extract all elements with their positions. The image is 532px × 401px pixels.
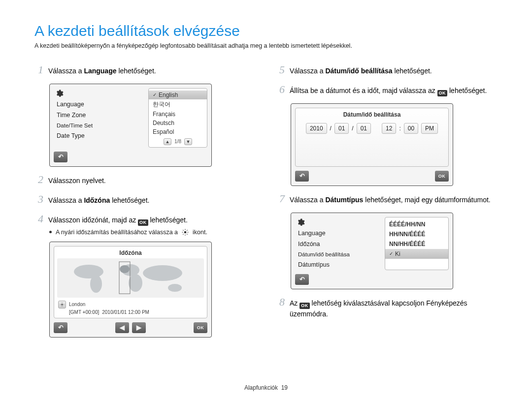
step-4-number: 4 xyxy=(34,211,43,227)
back-button[interactable]: ↶ xyxy=(54,322,67,333)
dt-hour[interactable]: 12 xyxy=(382,123,396,134)
page-title: A kezdeti beállítások elvégzése xyxy=(34,23,498,39)
svg-line-5 xyxy=(183,230,183,230)
step-8-number: 8 xyxy=(276,294,285,310)
step-8: 8 Az OK lehetőség kiválasztásával kapcso… xyxy=(276,294,498,319)
type-left-tz[interactable]: Időzóna xyxy=(295,239,382,249)
step-2-text: Válasszon nyelvet. xyxy=(48,176,256,185)
step-7: 7 Válassza a Dátumtípus lehetőséget, maj… xyxy=(276,191,498,207)
lang-opt-espanol[interactable]: Español xyxy=(149,127,207,136)
step-5-number: 5 xyxy=(276,62,285,78)
world-map[interactable] xyxy=(57,258,204,298)
page-intro: A kezdeti beállítóképernyőn a fényképező… xyxy=(34,42,498,49)
pager-text: 1/8 xyxy=(174,139,181,144)
step-6-post: lehetőséget. xyxy=(449,87,487,94)
right-button[interactable]: ▶ xyxy=(132,322,146,333)
back-button[interactable]: ↶ xyxy=(54,152,67,162)
screenshot-datetype: Language Időzóna Dátum/idő beállítása Dá… xyxy=(291,213,453,289)
dt-day[interactable]: 01 xyxy=(357,123,371,134)
step-6-pre: Állítsa be a dátumot és a időt, majd vál… xyxy=(290,87,437,94)
bullet-icon xyxy=(49,231,52,233)
lang-opt-english[interactable]: ✓English xyxy=(149,91,207,99)
ok-inline-icon: OK xyxy=(138,219,148,226)
dt-ampm[interactable]: PM xyxy=(421,123,438,134)
tz-gmt: [GMT +00:00] xyxy=(69,309,99,315)
type-opt-dmy[interactable]: NN/HH/ÉÉÉÉ xyxy=(385,239,448,249)
language-options: ✓English 한국어 Français Deutsch Español ▲ … xyxy=(148,88,207,148)
check-icon: ✓ xyxy=(389,251,393,256)
screenshot-timezone: Időzóna xyxy=(49,242,212,338)
step-6: 6 Állítsa be a dátumot és a időt, majd v… xyxy=(276,82,498,97)
tz-title: Időzóna xyxy=(57,248,204,258)
step-3-post: lehetőséget. xyxy=(110,196,149,204)
screenshot-datetime: Dátum/idő beállítása 2010 / 01 / 01 12 :… xyxy=(291,103,453,186)
type-opt-off[interactable]: ✓Ki xyxy=(385,249,448,259)
dt-min[interactable]: 00 xyxy=(404,123,418,134)
ok-inline-icon: OK xyxy=(437,90,448,96)
ok-button[interactable]: OK xyxy=(194,322,207,333)
svg-point-14 xyxy=(168,284,182,292)
dst-toggle[interactable] xyxy=(58,301,66,308)
step-2-number: 2 xyxy=(34,172,43,187)
ok-button[interactable]: OK xyxy=(435,171,449,182)
step-8-post: lehetőség kiválasztásával kapcsoljon Fén… xyxy=(290,299,467,318)
dt-month[interactable]: 01 xyxy=(334,123,349,134)
dt-sep1: / xyxy=(330,125,332,132)
svg-line-6 xyxy=(187,234,187,234)
step-4-bullet-post: ikont. xyxy=(193,229,207,236)
gear-icon xyxy=(295,217,306,228)
svg-point-17 xyxy=(61,304,63,305)
ok-inline-icon: OK xyxy=(299,303,310,309)
step-5-post: lehetőséget. xyxy=(393,67,432,75)
type-opt-ymd[interactable]: ÉÉÉÉ/HH/NN xyxy=(385,219,448,229)
gear-icon xyxy=(54,88,65,99)
tz-city: London xyxy=(69,302,85,307)
type-opt-mdy[interactable]: HH/NN/ÉÉÉÉ xyxy=(385,229,448,239)
step-1-number: 1 xyxy=(34,62,43,78)
back-button[interactable]: ↶ xyxy=(295,274,309,285)
step-1-pre: Válassza a xyxy=(48,67,84,75)
lang-left-datetime[interactable]: Date/Time Set xyxy=(54,121,145,130)
step-7-bold: Dátumtípus xyxy=(325,196,363,204)
dt-sep3: : xyxy=(399,125,400,132)
step-4-post: lehetőséget. xyxy=(148,216,188,224)
type-left-language[interactable]: Language xyxy=(295,228,382,239)
step-8-pre: Az xyxy=(290,299,299,307)
sun-icon xyxy=(182,229,189,236)
page-down-icon[interactable]: ▼ xyxy=(184,138,192,145)
step-4-bullet-text: A nyári időszámítás beállításához válass… xyxy=(56,229,178,236)
step-5-pre: Válassza a xyxy=(290,67,325,75)
svg-point-0 xyxy=(184,231,187,233)
step-1-post: lehetőséget. xyxy=(117,67,156,75)
page-up-icon[interactable]: ▲ xyxy=(164,138,171,145)
lang-left-datetype[interactable]: Date Type xyxy=(54,130,145,141)
step-4-pre: Válasszon időzónát, majd az xyxy=(48,216,138,224)
svg-point-13 xyxy=(143,265,182,281)
svg-line-7 xyxy=(183,234,183,234)
lang-opt-korean[interactable]: 한국어 xyxy=(149,99,207,110)
type-left-dt[interactable]: Dátum/idő beállítása xyxy=(295,249,382,259)
step-7-number: 7 xyxy=(276,191,285,207)
lang-opt-deutsch[interactable]: Deutsch xyxy=(149,119,207,127)
lang-opt-francais[interactable]: Français xyxy=(149,110,207,119)
svg-point-10 xyxy=(90,275,102,293)
step-7-post: lehetőséget, majd egy dátumformátumot. xyxy=(363,196,490,204)
step-5: 5 Válassza a Dátum/idő beállítása lehető… xyxy=(276,62,498,78)
language-pager: ▲ 1/8 ▼ xyxy=(149,138,207,145)
lang-left-language[interactable]: Language xyxy=(54,99,145,110)
svg-point-12 xyxy=(129,274,142,292)
right-column: 5 Válassza a Dátum/idő beállítása lehető… xyxy=(276,58,498,342)
lang-left-timezone[interactable]: Time Zone xyxy=(54,110,145,121)
footer-section: Alapfunkciók xyxy=(244,384,278,391)
step-5-bold: Dátum/idő beállítása xyxy=(325,67,392,75)
back-button[interactable]: ↶ xyxy=(295,171,309,182)
step-1-bold: Language xyxy=(84,67,116,75)
step-4-bullet: A nyári időszámítás beállításához válass… xyxy=(49,229,256,236)
step-4: 4 Válasszon időzónát, majd az OK lehetős… xyxy=(34,211,256,227)
type-left-datetype[interactable]: Dátumtípus xyxy=(295,259,382,270)
screenshot-language: Language Time Zone Date/Time Set Date Ty… xyxy=(49,84,212,167)
datetype-options: ÉÉÉÉ/HH/NN HH/NN/ÉÉÉÉ NN/HH/ÉÉÉÉ ✓Ki xyxy=(385,217,449,270)
svg-line-8 xyxy=(187,230,187,230)
left-button[interactable]: ◀ xyxy=(115,322,129,333)
dt-year[interactable]: 2010 xyxy=(306,123,327,134)
